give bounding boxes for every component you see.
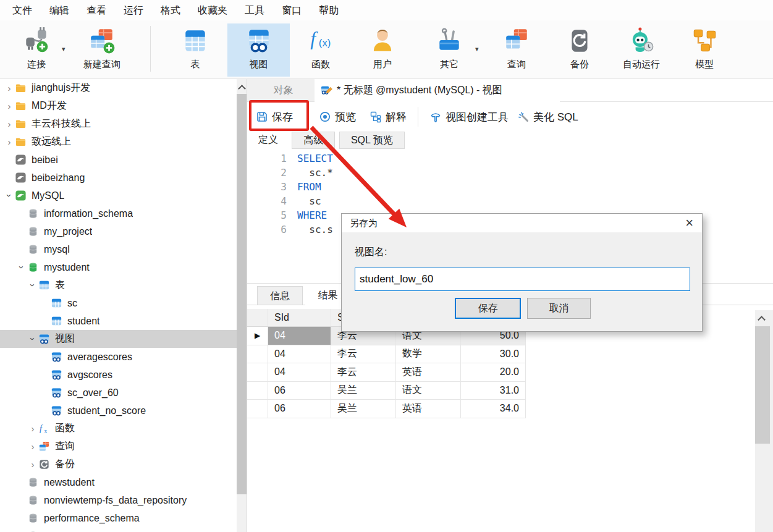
sidebar-item-mysql-db[interactable]: mysql (0, 240, 237, 258)
toolbar-button-user[interactable]: 用户 (358, 23, 407, 77)
chevron-down-icon[interactable]: › (4, 190, 15, 201)
cell[interactable]: 英语 (396, 400, 461, 418)
cell[interactable]: 20.0 (461, 363, 526, 382)
toolbar-button-table[interactable]: 表 (172, 23, 219, 77)
row-selector[interactable] (247, 400, 268, 418)
menu-view[interactable]: 查看 (78, 0, 115, 20)
sidebar-item-queries-group[interactable]: › 查询 (0, 437, 237, 455)
menu-run[interactable]: 运行 (115, 0, 152, 20)
chevron-right-icon[interactable]: › (4, 101, 15, 111)
sidebar-item-sc-over-60[interactable]: sc_over_60 (0, 384, 237, 402)
chevron-right-icon[interactable]: › (4, 119, 15, 129)
cell[interactable]: 吴兰 (331, 400, 396, 418)
cell[interactable]: 数学 (396, 345, 461, 364)
chevron-right-icon[interactable]: › (27, 441, 38, 452)
sidebar-scrollbar-thumb[interactable] (237, 94, 247, 494)
tab-info[interactable]: 信息 (257, 286, 303, 305)
tab-active-view-document[interactable]: * 无标题 @mystudent (MySQL) - 视图 (315, 79, 560, 102)
save-button[interactable]: 保存 (256, 110, 293, 124)
view-name-input[interactable] (355, 268, 690, 291)
toolbar-button-query[interactable]: 查询 (492, 23, 541, 77)
toolbar-button-function[interactable]: 函数 (296, 23, 345, 77)
row-selector[interactable] (247, 382, 268, 400)
sidebar-item-views-group[interactable]: › 视图 (0, 330, 237, 348)
toolbar-button-automation[interactable]: 自动运行 (610, 23, 672, 77)
cell[interactable]: 李云 (331, 345, 396, 364)
sidebar-item-md[interactable]: › MD开发 (0, 97, 237, 115)
sidebar-item-tables-group[interactable]: › 表 (0, 276, 237, 294)
tab-objects[interactable]: 对象 (257, 79, 310, 101)
chevron-down-icon[interactable]: › (28, 280, 38, 291)
sidebar-item-student[interactable]: student (0, 312, 237, 330)
sidebar-item-mystudent[interactable]: › mystudent (0, 258, 237, 276)
row-selector[interactable]: ▶ (247, 327, 268, 345)
menu-edit[interactable]: 编辑 (41, 0, 78, 20)
dialog-title-bar[interactable]: 另存为 (342, 214, 702, 232)
cell[interactable]: 30.0 (461, 345, 526, 364)
view-builder-button[interactable]: 视图创建工具 (429, 110, 509, 124)
sidebar-item-beibeizhang[interactable]: beibeizhang (0, 169, 237, 187)
sidebar-item-fengyun[interactable]: › 丰云科技线上 (0, 115, 237, 133)
beautify-sql-button[interactable]: 美化 SQL (517, 110, 578, 124)
cell[interactable]: 04 (268, 327, 331, 345)
cell[interactable]: 语文 (396, 382, 461, 400)
row-selector[interactable] (247, 363, 268, 382)
result-grid-scrollbar-thumb[interactable] (755, 326, 770, 444)
menu-favorites[interactable]: 收藏夹 (189, 0, 236, 20)
chevron-right-icon[interactable]: › (27, 459, 38, 470)
chevron-right-icon[interactable]: › (4, 83, 15, 93)
dropdown-caret-icon[interactable]: ▾ (62, 45, 65, 53)
sidebar-item-averagescores[interactable]: averagescores (0, 348, 237, 366)
sidebar-item-student-no-score[interactable]: student_no_score (0, 402, 237, 420)
sidebar-item-beibei[interactable]: beibei (0, 151, 237, 169)
tab-definition[interactable]: 定义 (247, 132, 289, 149)
sidebar-item-clipped[interactable] (0, 527, 237, 532)
toolbar-button-backup[interactable]: 备份 (555, 23, 604, 77)
menu-window[interactable]: 窗口 (273, 0, 310, 20)
toolbar-button-view[interactable]: 视图 (227, 23, 290, 77)
tab-advanced[interactable]: 高级 (292, 132, 335, 149)
sidebar-item-zhiyuan[interactable]: › 致远线上 (0, 133, 237, 151)
sidebar-item-functions-group[interactable]: › 函数 (0, 420, 237, 437)
sidebar-item-performance-schema[interactable]: performance_schema (0, 509, 237, 527)
close-icon[interactable]: × (685, 215, 693, 231)
dialog-save-button[interactable]: 保存 (455, 298, 521, 319)
chevron-right-icon[interactable]: › (27, 423, 38, 434)
explain-button[interactable]: 解释 (370, 110, 407, 124)
cell[interactable]: 06 (268, 382, 331, 400)
sidebar-item-my-project[interactable]: my_project (0, 222, 237, 240)
chevron-down-icon[interactable]: › (17, 262, 27, 273)
sidebar-item-sc[interactable]: sc (0, 294, 237, 312)
sidebar-item-information-schema[interactable]: information_schema (0, 205, 237, 222)
toolbar-button-new-query[interactable]: 新建查询 (73, 23, 131, 77)
menu-tools[interactable]: 工具 (236, 0, 273, 20)
cell[interactable]: 06 (268, 400, 331, 418)
preview-button[interactable]: 预览 (319, 110, 356, 124)
column-header-sid[interactable]: SId (268, 309, 331, 327)
sidebar-item-mysql-connection[interactable]: › MySQL (0, 187, 237, 205)
sidebar-item-newstudent[interactable]: newstudent (0, 473, 237, 491)
chevron-right-icon[interactable]: › (4, 137, 15, 147)
menu-help[interactable]: 帮助 (310, 0, 347, 20)
tab-sql-preview[interactable]: SQL 预览 (339, 132, 405, 149)
dropdown-caret-icon[interactable]: ▾ (475, 45, 479, 53)
sidebar-item-jianghujs[interactable]: › jianghujs开发 (0, 79, 237, 97)
menu-file[interactable]: 文件 (4, 0, 41, 20)
chevron-down-icon[interactable]: › (28, 334, 38, 345)
sidebar-item-avgscores[interactable]: avgscores (0, 366, 237, 384)
sidebar-item-backups-group[interactable]: › 备份 (0, 455, 237, 473)
sidebar-item-nonviewtemp[interactable]: nonviewtemp-fs_data_repository (0, 491, 237, 509)
cell[interactable]: 英语 (396, 363, 461, 382)
cell[interactable]: 04 (268, 363, 331, 382)
cell[interactable]: 34.0 (461, 400, 526, 418)
toolbar-button-connection[interactable]: 连接 (14, 23, 59, 77)
menu-format[interactable]: 格式 (152, 0, 189, 20)
toolbar-button-model[interactable]: 模型 (680, 23, 729, 77)
cell[interactable]: 李云 (331, 363, 396, 382)
cell[interactable]: 04 (268, 345, 331, 364)
cell[interactable]: 31.0 (461, 382, 526, 400)
toolbar-button-others[interactable]: 其它 (425, 23, 474, 77)
dialog-cancel-button[interactable]: 取消 (527, 298, 591, 319)
row-selector[interactable] (247, 345, 268, 364)
cell[interactable]: 吴兰 (331, 382, 396, 400)
